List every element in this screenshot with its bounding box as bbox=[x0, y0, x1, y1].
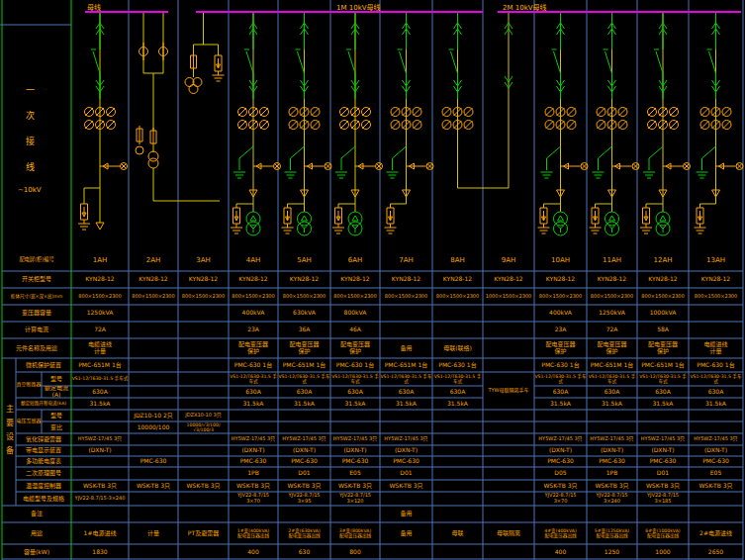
schematic-line bbox=[649, 146, 663, 158]
delta-winding-icon bbox=[302, 216, 308, 221]
schematic-line bbox=[656, 51, 663, 73]
delta-winding-icon bbox=[609, 216, 615, 221]
side-label-char: 接 bbox=[26, 135, 35, 147]
schematic-line bbox=[619, 108, 627, 116]
symbol-circle bbox=[189, 85, 198, 94]
schematic-line bbox=[443, 121, 451, 129]
schematic-line bbox=[341, 146, 355, 158]
schematic-line bbox=[546, 108, 554, 116]
schematic-line bbox=[598, 108, 605, 116]
schematic-line bbox=[348, 51, 355, 73]
schematic-line bbox=[239, 146, 253, 158]
schematic-line bbox=[107, 108, 115, 116]
schematic-line bbox=[701, 108, 709, 116]
schematic-line bbox=[340, 121, 348, 129]
schematic-line bbox=[107, 121, 115, 129]
schematic-line bbox=[648, 108, 656, 116]
schematic-line bbox=[85, 121, 93, 129]
schematic-line bbox=[598, 121, 605, 129]
schematic-line bbox=[648, 121, 656, 129]
schematic-line bbox=[670, 121, 678, 129]
schematic-line bbox=[85, 108, 93, 116]
bus-label: 2M 10kV母线 bbox=[503, 2, 546, 12]
cable-head-icon bbox=[96, 223, 104, 230]
symbol-circle bbox=[136, 146, 143, 154]
schematic-line bbox=[392, 121, 400, 129]
schematic-line bbox=[723, 108, 731, 116]
schematic-line bbox=[701, 121, 709, 129]
schematic-line bbox=[312, 121, 320, 129]
schematic-line bbox=[670, 108, 678, 116]
schematic-line bbox=[238, 108, 246, 116]
side-label-char: 线 bbox=[26, 160, 35, 173]
schematic-line bbox=[312, 108, 320, 116]
schematic-svg bbox=[0, 0, 745, 560]
delta-winding-icon bbox=[250, 216, 256, 221]
schematic-line bbox=[340, 108, 348, 116]
delta-winding-icon bbox=[352, 216, 358, 221]
schematic-line bbox=[260, 108, 268, 116]
schematic-line bbox=[392, 108, 400, 116]
schematic-line bbox=[291, 146, 305, 158]
schematic-line bbox=[605, 51, 612, 73]
schematic-line bbox=[709, 51, 716, 73]
bus-label: 1M 10kV母线 bbox=[336, 2, 380, 12]
schematic-line bbox=[246, 51, 253, 73]
schematic-line bbox=[393, 146, 407, 158]
schematic-line bbox=[465, 121, 473, 129]
schematic-line bbox=[568, 108, 576, 116]
side-label-char: 次 bbox=[26, 109, 35, 122]
schematic-line bbox=[702, 146, 716, 158]
schematic-line bbox=[290, 108, 298, 116]
schematic-line bbox=[554, 51, 561, 73]
schematic-line bbox=[568, 121, 576, 129]
schematic-line bbox=[547, 146, 561, 158]
schematic-line bbox=[414, 108, 421, 116]
side-voltage-label: ~10kV bbox=[18, 186, 42, 194]
bus-label: 母线 bbox=[87, 2, 101, 12]
symbol-circle bbox=[148, 158, 158, 168]
delta-winding-icon bbox=[558, 216, 564, 221]
schematic-line bbox=[443, 108, 451, 116]
schematic-line bbox=[290, 121, 298, 129]
schematic-line bbox=[238, 121, 246, 129]
schematic-line bbox=[362, 121, 370, 129]
schematic-line bbox=[546, 121, 554, 129]
delta-winding-icon bbox=[660, 216, 666, 221]
schematic-line bbox=[93, 51, 100, 73]
schematic-line bbox=[260, 121, 268, 129]
schematic-line bbox=[599, 146, 612, 158]
cad-one-line-diagram-canvas: 母线1M 10kV母线2M 10kV母线一次接线~10kV配电屏(柜)编号1AH… bbox=[0, 0, 745, 560]
schematic-line bbox=[414, 121, 421, 129]
schematic-line bbox=[400, 51, 407, 73]
schematic-line bbox=[465, 108, 473, 116]
schematic-line bbox=[723, 121, 731, 129]
schematic-line bbox=[619, 121, 627, 129]
schematic-line bbox=[362, 108, 370, 116]
schematic-line bbox=[298, 51, 305, 73]
schematic-line bbox=[451, 51, 458, 73]
side-label-char: 一 bbox=[26, 83, 35, 96]
